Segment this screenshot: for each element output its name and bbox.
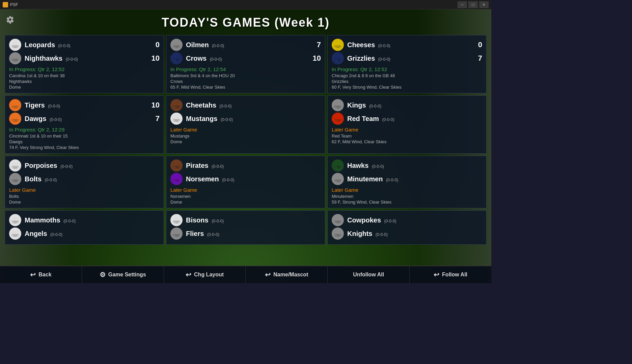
team1-row: Porpoises (0-0-0) [9, 159, 160, 172]
team1-helmet [9, 39, 21, 51]
maximize-button[interactable]: □ [468, 1, 478, 8]
name-mascot-button[interactable]: ↩ Name/Mascot [246, 266, 328, 283]
game-detail3: 60 F, Very Strong Wind, Clear Skies [332, 85, 482, 90]
game-card-9[interactable]: Hawks (0-0-0) Minutemen (0-0-0) Later Ga… [327, 156, 487, 208]
team1-helmet [170, 214, 183, 226]
team1-name: Porpoises (0-0-0) [25, 162, 160, 170]
team2-name: Angels (0-0-0) [25, 230, 160, 238]
game-status: Later Game [332, 127, 482, 132]
team1-record: (0-0-0) [372, 164, 384, 169]
team1-record: (0-0-0) [378, 43, 390, 48]
team2-record: (0-0-0) [45, 178, 57, 182]
team2-name: Red Team (0-0-0) [347, 115, 482, 123]
settings-icon[interactable] [6, 16, 16, 25]
team2-name: Fliers (0-0-0) [186, 230, 321, 238]
team1-helmet [332, 159, 344, 172]
game-card-12[interactable]: Cowpokes (0-0-0) Knights (0-0-0) [327, 210, 487, 245]
team1-record: (0-0-0) [369, 104, 381, 109]
app-icon [3, 2, 8, 7]
game-card-4[interactable]: Tigers (0-0-0) 10 Dawgs (0-0-0) 7 In Pro… [5, 95, 164, 154]
team1-row: Tigers (0-0-0) 10 [9, 99, 160, 111]
team2-record: (0-0-0) [66, 57, 78, 62]
game-card-2[interactable]: Oilmen (0-0-0) 7 Crows (0-0-0) 10 In Pro… [166, 35, 325, 93]
team1-row: Pirates (0-0-0) [170, 159, 321, 172]
game-status: In Progress: Qtr 2, 12:52 [332, 66, 482, 72]
game-detail2: Grizzlies [332, 79, 482, 84]
team2-helmet [332, 113, 344, 125]
team2-row: Red Team (0-0-0) [332, 113, 482, 125]
team1-record: (0-0-0) [63, 219, 76, 223]
follow-all-label: Follow All [442, 272, 467, 278]
game-status: In Progress: Qtr 2, 12:29 [9, 127, 160, 132]
team2-row: Grizzlies (0-0-0) 7 [332, 52, 482, 64]
team2-name: Bolts (0-0-0) [25, 175, 160, 183]
team1-record: (0-0-0) [212, 219, 224, 223]
team1-helmet [332, 214, 344, 226]
game-card-7[interactable]: Porpoises (0-0-0) Bolts (0-0-0) Later Ga… [5, 156, 164, 208]
games-container: Leopards (0-0-0) 0 Nighthawks (0-0-0) 10… [0, 35, 491, 245]
team1-record: (0-0-0) [48, 104, 60, 109]
game-detail1: Chicago 2nd & 8 8 on the GB 48 [332, 73, 482, 78]
game-status: In Progress: Qtr 2, 12:54 [170, 66, 321, 72]
back-button[interactable]: ↩ Back [0, 266, 82, 283]
game-status: Later Game [170, 127, 321, 132]
game-settings-button[interactable]: ⚙ Game Settings [82, 266, 164, 283]
team1-row: Cowpokes (0-0-0) [332, 214, 482, 226]
team2-score: 10 [149, 54, 160, 63]
game-card-8[interactable]: Pirates (0-0-0) Norsemen (0-0-0) Later G… [166, 156, 325, 208]
close-button[interactable]: × [479, 1, 489, 8]
game-detail1: Carolina 1st & 10 on their 38 [9, 73, 160, 78]
team2-helmet [9, 113, 21, 125]
game-card-1[interactable]: Leopards (0-0-0) 0 Nighthawks (0-0-0) 10… [5, 35, 164, 93]
team2-record: (0-0-0) [50, 117, 62, 122]
team1-helmet [170, 99, 183, 111]
gear-icon: ⚙ [100, 271, 106, 279]
back-icon: ↩ [30, 271, 36, 279]
team2-record: (0-0-0) [378, 57, 390, 62]
game-status: Later Game [9, 187, 160, 193]
game-card-10[interactable]: Mammoths (0-0-0) Angels (0-0-0) [5, 210, 164, 245]
game-card-5[interactable]: Cheetahs (0-0-0) Mustangs (0-0-0) Later … [166, 95, 325, 154]
team2-record: (0-0-0) [221, 117, 233, 122]
team1-helmet [332, 99, 344, 111]
team1-score: 10 [149, 101, 160, 110]
chg-layout-button[interactable]: ↩ Chg Layout [164, 266, 246, 283]
team2-row: Dawgs (0-0-0) 7 [9, 113, 160, 125]
team2-name: Norsemen (0-0-0) [186, 175, 321, 183]
team2-record: (0-0-0) [50, 232, 62, 237]
team2-row: Angels (0-0-0) [9, 228, 160, 240]
team1-name: Pirates (0-0-0) [186, 162, 321, 170]
team1-record: (0-0-0) [212, 164, 224, 169]
team1-name: Cowpokes (0-0-0) [347, 216, 482, 224]
team1-helmet [170, 159, 183, 172]
team2-helmet [9, 228, 21, 240]
game-detail2: Mustangs [170, 133, 321, 139]
page-title: TODAY'S GAMES (Week 1) [0, 16, 491, 30]
team1-row: Mammoths (0-0-0) [9, 214, 160, 226]
follow-all-button[interactable]: ↩ Follow All [410, 266, 491, 283]
team2-row: Norsemen (0-0-0) [170, 173, 321, 185]
unfollow-all-button[interactable]: Unfollow All [328, 266, 410, 283]
team2-helmet [9, 52, 21, 64]
team1-helmet [332, 39, 344, 51]
game-detail2: Dawgs [9, 139, 160, 144]
team2-helmet [170, 52, 183, 64]
game-card-11[interactable]: Bisons (0-0-0) Fliers (0-0-0) [166, 210, 325, 245]
window-title: PSF [10, 2, 18, 7]
follow-icon: ↩ [434, 271, 439, 279]
game-status: In Progress: Qtr 2, 12:52 [9, 66, 160, 72]
team2-helmet [332, 173, 344, 185]
game-card-6[interactable]: Kings (0-0-0) Red Team (0-0-0) Later Gam… [327, 95, 487, 154]
unfollow-all-label: Unfollow All [353, 272, 384, 278]
game-card-3[interactable]: Cheeses (0-0-0) 0 Grizzlies (0-0-0) 7 In… [327, 35, 487, 93]
game-detail3: 59 F, Strong Wind, Clear Skies [332, 200, 482, 205]
team1-record: (0-0-0) [220, 104, 232, 109]
team1-row: Oilmen (0-0-0) 7 [170, 39, 321, 51]
game-detail3: Dome [9, 85, 160, 90]
team2-row: Minutemen (0-0-0) [332, 173, 482, 185]
minimize-button[interactable]: − [458, 1, 467, 8]
team1-row: Hawks (0-0-0) [332, 159, 482, 172]
name-icon: ↩ [265, 271, 271, 279]
team2-helmet [170, 228, 183, 240]
team1-name: Cheetahs (0-0-0) [186, 101, 321, 109]
